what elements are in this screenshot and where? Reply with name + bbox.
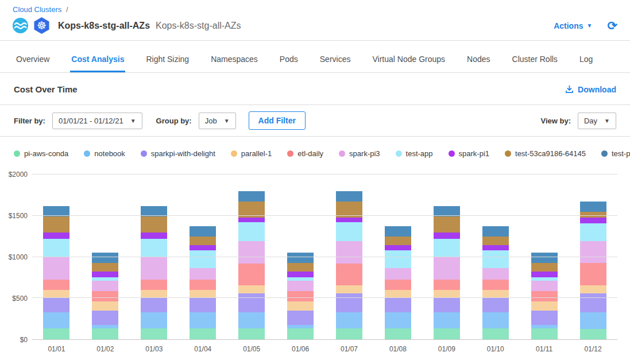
bar-segment-sparkpi-with-delight: [336, 293, 362, 312]
bar-segment-spark-pi1: [190, 245, 216, 250]
y-axis: $0$500$1000$1500$2000: [5, 175, 32, 340]
bar-segment-test-53ca9186-64145: [43, 216, 69, 233]
x-tick-label: 01/10: [471, 340, 520, 353]
tab-right-sizing[interactable]: Right Sizing: [145, 49, 190, 72]
legend-dot-icon: [449, 150, 455, 157]
chart-plot: [32, 175, 617, 340]
bar-segment-spark-pi1: [385, 245, 411, 250]
bar-segment-spark-pi3: [580, 241, 606, 264]
bar-segment-notebook: [580, 312, 606, 329]
bar-segment-test-pkix: [482, 226, 509, 237]
breadcrumb-cloud-clusters[interactable]: Cloud Clusters: [13, 5, 61, 14]
bar-segment-spark-pi1: [482, 245, 509, 250]
bar-segment-spark-pi1: [434, 233, 460, 239]
y-tick-label: $1000: [9, 253, 28, 261]
bar-segment-pi-aws-conda: [434, 328, 460, 339]
cluster-title: Kops-k8s-stg-all-AZs: [58, 21, 150, 31]
group-by-select[interactable]: Job ▼: [199, 113, 236, 129]
bar-segment-spark-pi3: [336, 241, 362, 264]
refresh-icon[interactable]: ⟳: [607, 20, 617, 32]
chart-bars: [32, 175, 617, 339]
bar-column-01-04: [179, 175, 227, 339]
bar-segment-test-app: [482, 250, 509, 268]
legend-item-parallel-1[interactable]: parallel-1: [231, 149, 272, 158]
kubernetes-logo-icon: ☸: [33, 17, 50, 34]
tab-virtual-node-groups[interactable]: Virtual Node Groups: [371, 49, 446, 72]
x-tick-label: 01/06: [276, 340, 325, 353]
x-tick-label: 01/02: [81, 340, 130, 353]
actions-button[interactable]: Actions ▼: [554, 21, 592, 30]
bar-segment-etl-daily: [43, 280, 69, 290]
download-button[interactable]: Download: [565, 85, 616, 94]
legend-dot-icon: [287, 150, 293, 157]
bar-segment-sparkpi-with-delight: [482, 297, 509, 312]
bar-segment-spark-pi1: [531, 272, 558, 278]
tab-overview[interactable]: Overview: [15, 49, 51, 72]
bar-segment-test-app: [434, 239, 460, 257]
bar-segment-spark-pi3: [287, 281, 314, 291]
group-by-label: Group by:: [156, 117, 192, 125]
header-icons: ☸: [13, 17, 50, 34]
x-tick-label: 01/04: [179, 340, 227, 353]
tab-log[interactable]: Log: [578, 49, 594, 72]
bar-segment-test-pkix: [531, 253, 558, 263]
x-tick-label: 01/01: [32, 340, 81, 353]
x-tick-label: 01/09: [422, 340, 471, 353]
bar-column-01-06: [276, 175, 325, 339]
bar-segment-sparkpi-with-delight: [434, 297, 460, 312]
bar-segment-etl-daily: [385, 280, 411, 290]
bar-segment-test-app: [336, 222, 362, 242]
tab-namespaces[interactable]: Namespaces: [210, 49, 259, 72]
bar-segment-test-pkix: [287, 253, 314, 263]
bar-column-01-11: [520, 175, 569, 339]
ocean-logo-icon: [13, 18, 28, 33]
stacked-bar: [43, 175, 69, 339]
stacked-bar: [580, 175, 606, 339]
bar-segment-parallel-1: [531, 301, 558, 311]
x-tick-label: 01/03: [130, 340, 179, 353]
bar-segment-test-app: [580, 223, 606, 241]
bar-segment-etl-daily: [531, 291, 558, 301]
bar-segment-parallel-1: [92, 301, 118, 311]
bar-segment-notebook: [141, 312, 167, 329]
legend-item-spark-pi1[interactable]: spark-pi1: [449, 149, 489, 158]
tab-cost-analysis[interactable]: Cost Analysis: [70, 49, 125, 72]
gridline: [32, 215, 617, 216]
legend-dot-icon: [339, 150, 345, 157]
date-range-select[interactable]: 01/01/21 - 01/12/21 ▼: [52, 113, 142, 129]
legend-item-sparkpi-with-delight[interactable]: sparkpi-with-delight: [141, 149, 215, 158]
tab-services[interactable]: Services: [319, 49, 352, 72]
tab-nodes[interactable]: Nodes: [466, 49, 491, 72]
tab-cluster-rolls[interactable]: Cluster Rolls: [511, 49, 559, 72]
legend-item-test-app[interactable]: test-app: [396, 149, 433, 158]
breadcrumb-separator: /: [66, 5, 68, 14]
bar-segment-notebook: [190, 312, 216, 329]
legend-item-test-53ca9186-64145[interactable]: test-53ca9186-64145: [505, 149, 586, 158]
bar-segment-spark-pi3: [43, 257, 69, 280]
bar-segment-sparkpi-with-delight: [531, 311, 558, 325]
legend-item-pi-aws-conda[interactable]: pi-aws-conda: [14, 149, 68, 158]
bar-segment-pi-aws-conda: [336, 328, 362, 339]
filter-by-label: Filter by:: [14, 117, 45, 125]
legend-dot-icon: [505, 150, 511, 157]
tab-pods[interactable]: Pods: [279, 49, 299, 72]
bar-column-01-07: [325, 175, 374, 339]
bar-column-01-12: [569, 175, 617, 339]
bar-segment-etl-daily: [190, 280, 216, 290]
legend-item-spark-pi3[interactable]: spark-pi3: [339, 149, 380, 158]
legend-item-notebook[interactable]: notebook: [84, 149, 125, 158]
bar-segment-spark-pi1: [43, 233, 69, 239]
legend-item-etl-daily[interactable]: etl-daily: [287, 149, 323, 158]
bar-segment-parallel-1: [434, 290, 460, 297]
bar-segment-etl-daily: [580, 263, 606, 285]
gridline: [32, 174, 617, 175]
legend-label: notebook: [94, 149, 125, 158]
bar-segment-test-app: [141, 239, 167, 257]
legend-item-test-pkix[interactable]: test-pkix: [601, 149, 630, 158]
view-by-select[interactable]: Day ▼: [578, 113, 616, 129]
legend-dot-icon: [396, 150, 402, 157]
cost-chart: $0$500$1000$1500$2000 01/0101/0201/0301/…: [0, 168, 630, 353]
legend-label: pi-aws-conda: [24, 149, 68, 158]
add-filter-button[interactable]: Add Filter: [249, 111, 306, 130]
bar-segment-pi-aws-conda: [190, 328, 216, 339]
